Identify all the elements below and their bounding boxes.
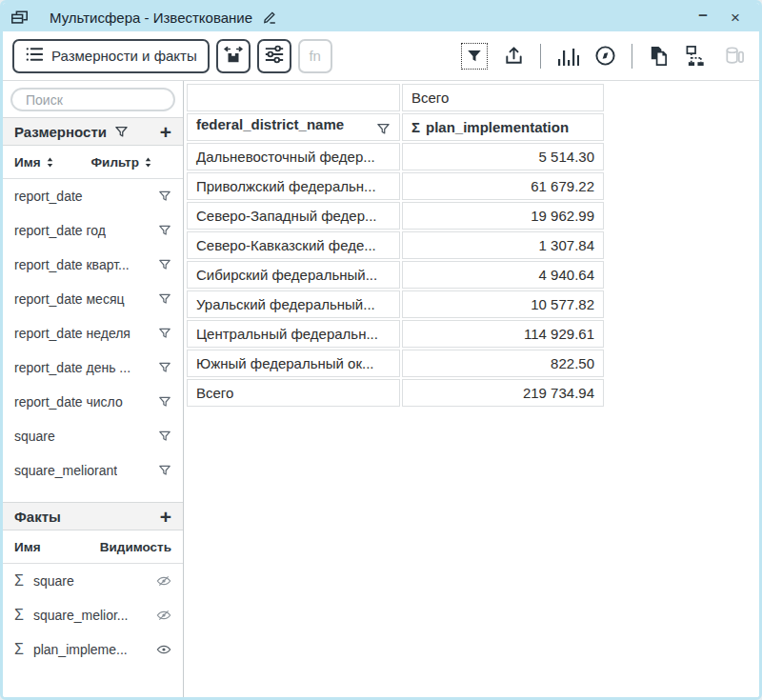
filter-icon[interactable]: [158, 258, 171, 271]
fit-columns-button[interactable]: [216, 39, 251, 73]
dimension-item[interactable]: report_date день ...: [3, 350, 183, 385]
sidebar: Размерности + Имя Фильтр report: [3, 81, 184, 697]
row-label-cell[interactable]: Сибирский федеральный...: [187, 261, 400, 289]
filter-icon[interactable]: [158, 395, 171, 409]
toolbar-separator: [632, 44, 632, 69]
export-icon[interactable]: [503, 45, 525, 67]
dimension-item[interactable]: report_date: [3, 179, 183, 213]
add-dimension-button[interactable]: +: [160, 122, 171, 142]
sigma-icon: Σ: [411, 119, 420, 135]
hierarchy-icon[interactable]: [685, 45, 708, 67]
row-label-cell[interactable]: Центральный федеральн...: [187, 320, 400, 348]
list-icon: [25, 46, 44, 66]
dimension-item[interactable]: report_date кварт...: [3, 248, 183, 282]
search-input[interactable]: [10, 88, 175, 111]
row-value-cell[interactable]: 19 962.99: [402, 202, 604, 230]
dimensions-columns-header: Имя Фильтр: [3, 146, 183, 179]
bar-chart-icon[interactable]: [556, 46, 579, 67]
settings-button[interactable]: [257, 39, 291, 73]
sliders-icon: [264, 44, 285, 68]
dimension-item[interactable]: report_date месяц: [3, 282, 183, 316]
total-column-header[interactable]: Всего: [402, 84, 604, 111]
add-fact-button[interactable]: +: [160, 507, 171, 527]
table-row: Северо-Кавказский феде... 1 307.84: [187, 231, 604, 259]
table-row: Южный федеральный ок... 822.50: [187, 350, 604, 377]
filter-icon[interactable]: [158, 430, 171, 443]
row-label-cell[interactable]: Дальневосточный федер...: [187, 143, 400, 170]
facts-title: Факты: [14, 509, 61, 525]
compass-icon[interactable]: [594, 45, 616, 67]
dimensions-list: report_date report_date год report_date …: [3, 179, 183, 488]
copy-icon[interactable]: [648, 45, 670, 67]
row-value-cell[interactable]: 114 929.61: [402, 320, 604, 348]
row-label-cell[interactable]: Всего: [187, 379, 400, 407]
filter-icon[interactable]: [376, 122, 391, 139]
row-label-cell[interactable]: Северо-Западный федер...: [187, 202, 400, 230]
dimension-item[interactable]: report_date год: [3, 213, 183, 248]
dimensions-filter-icon[interactable]: [114, 125, 129, 139]
table-row total-row: Всего 219 734.94: [187, 379, 604, 407]
row-label-cell[interactable]: Уральский федеральный...: [187, 290, 400, 318]
dimension-item[interactable]: report_date число: [3, 385, 183, 419]
facts-col-name[interactable]: Имя: [14, 540, 41, 554]
fit-columns-icon: [223, 44, 244, 68]
filter-icon[interactable]: [158, 224, 171, 237]
filter-icon[interactable]: [158, 327, 171, 340]
table-row: Уральский федеральный... 10 577.82: [187, 290, 604, 318]
row-value-cell[interactable]: 219 734.94: [402, 379, 604, 407]
app-window: Мультисфера - Известкование – × Размерно…: [0, 0, 762, 700]
row-value-cell[interactable]: 822.50: [402, 350, 604, 377]
dimension-item[interactable]: report_date неделя: [3, 316, 183, 350]
facts-section-header: Факты +: [3, 502, 183, 530]
fact-item[interactable]: Σ square: [3, 564, 183, 598]
fact-item[interactable]: Σ plan_impleme...: [3, 632, 183, 667]
dimensions-col-name[interactable]: Имя: [14, 155, 41, 170]
minimize-button[interactable]: –: [691, 7, 715, 28]
row-value-cell[interactable]: 4 940.64: [402, 261, 604, 289]
facts-col-visibility: Видимость: [100, 540, 171, 554]
measure-column-header[interactable]: Σplan_implementation: [402, 113, 604, 141]
corner-cell: [187, 84, 400, 111]
row-value-cell[interactable]: 10 577.82: [402, 290, 604, 318]
row-value-cell[interactable]: 61 679.22: [402, 172, 604, 200]
row-label-cell[interactable]: Южный федеральный ок...: [187, 350, 400, 377]
facts-list: Σ square Σ square_melior... Σ plan_imple…: [3, 564, 183, 667]
row-value-cell[interactable]: 5 514.30: [402, 143, 604, 170]
dimension-item[interactable]: square_meliorant: [3, 453, 183, 488]
dimensions-col-filter[interactable]: Фильтр: [91, 155, 139, 170]
toolbar: Размерности и факты: [3, 31, 759, 81]
toolbar-separator: [540, 44, 541, 69]
dimension-item[interactable]: square: [3, 419, 183, 453]
row-value-cell[interactable]: 1 307.84: [402, 231, 604, 259]
table-row: Приволжский федеральн... 61 679.22: [187, 172, 604, 200]
eye-off-icon[interactable]: [156, 609, 171, 622]
content-area: Размерности + Имя Фильтр report: [3, 81, 759, 697]
eye-off-icon[interactable]: [156, 574, 171, 588]
sort-icon[interactable]: [45, 156, 55, 169]
facts-columns-header: Имя Видимость: [3, 530, 183, 564]
filter-icon[interactable]: [158, 190, 171, 203]
pivot-area: Всего federal_district_name Σplan_implem…: [184, 81, 759, 697]
dimensions-facts-button[interactable]: Размерности и факты: [12, 39, 210, 73]
cascade-windows-icon[interactable]: [10, 10, 29, 26]
sigma-icon: Σ: [14, 641, 24, 658]
total-header-row: Всего: [187, 84, 604, 111]
filter-icon[interactable]: [158, 361, 171, 374]
sort-icon[interactable]: [143, 156, 153, 169]
row-label-cell[interactable]: Приволжский федеральн...: [187, 172, 400, 200]
filter-icon[interactable]: [158, 464, 171, 477]
sphere-disabled-icon: [723, 45, 746, 67]
dimensions-section-header: Размерности +: [3, 117, 183, 146]
filter-selected-icon[interactable]: [461, 43, 488, 70]
row-label-cell[interactable]: Северо-Кавказский феде...: [187, 231, 400, 259]
table-row: Сибирский федеральный... 4 940.64: [187, 261, 604, 289]
pencil-icon[interactable]: [262, 10, 278, 25]
close-button[interactable]: ×: [723, 7, 748, 28]
dimension-column-header[interactable]: federal_district_name: [187, 113, 400, 141]
eye-icon[interactable]: [156, 643, 171, 656]
toolbar-right-group: [461, 43, 746, 70]
table-row: Центральный федеральн... 114 929.61: [187, 320, 604, 348]
pivot-table: Всего federal_district_name Σplan_implem…: [185, 82, 606, 409]
fact-item[interactable]: Σ square_melior...: [3, 598, 183, 632]
filter-icon[interactable]: [158, 292, 171, 306]
